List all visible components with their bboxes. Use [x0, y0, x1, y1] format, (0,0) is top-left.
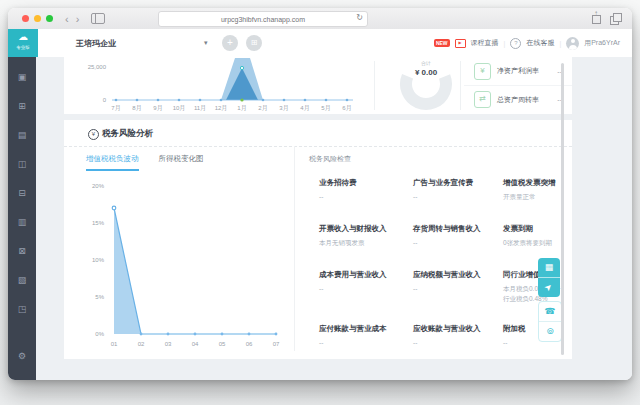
sidebar-icon-9[interactable]: ◳	[18, 305, 27, 314]
area-line	[114, 208, 276, 334]
donut-label: 合计	[421, 60, 431, 67]
chrome-actions: ↑	[591, 12, 622, 24]
sidebar-icon-1[interactable]: ▣	[18, 73, 27, 82]
app-header: ☁ 专业版 王培玛企业 ▾ + ⊞ NEW ▶ 课程直播 | ? 在线客服 | …	[8, 29, 632, 58]
apps-grid-button[interactable]: ⊞	[246, 35, 262, 51]
svg-text:5月: 5月	[321, 105, 330, 112]
sidebar-toggle-icon[interactable]	[91, 13, 105, 24]
online-service-link[interactable]: 在线客服	[526, 38, 554, 48]
address-bar[interactable]: urpcg3hibfvn.chanapp.com ↻	[158, 11, 368, 27]
overview-card: 25,000 0 7月 8月	[64, 57, 572, 114]
sidebar-icon-7[interactable]: ⊠	[18, 247, 26, 256]
risk-check-item: 成本费用与营业收入 --	[319, 270, 407, 304]
zoom-window-button[interactable]	[46, 15, 53, 22]
svg-text:06: 06	[246, 341, 253, 347]
live-course-link[interactable]: 课程直播	[471, 38, 499, 48]
turnover-rate-icon: ⇄	[474, 91, 491, 108]
forward-button[interactable]: ›	[76, 14, 80, 24]
sidebar-icon-4[interactable]: ◫	[18, 160, 27, 169]
svg-text:5%: 5%	[95, 294, 104, 300]
svg-text:01: 01	[111, 341, 118, 347]
reload-icon[interactable]: ↻	[356, 13, 363, 22]
browser-chrome: ‹ › urpcg3hibfvn.chanapp.com ↻ ↑	[8, 8, 632, 30]
svg-text:8月: 8月	[132, 105, 141, 112]
y-zero-label: 0	[103, 97, 107, 103]
report-grid-button[interactable]: ▦	[538, 258, 560, 277]
tab-overview-icon[interactable]	[610, 13, 622, 24]
send-feedback-button[interactable]: ➤	[538, 277, 560, 297]
back-button[interactable]: ‹	[65, 14, 69, 24]
chevron-down-icon[interactable]: ▾	[204, 39, 208, 47]
y-max-label: 25,000	[88, 64, 107, 70]
svg-text:10月: 10月	[173, 105, 186, 112]
customer-service-button[interactable]: ⊚	[539, 321, 561, 341]
risk-check-heading: 税务风险检查	[309, 154, 572, 164]
settings-gear-icon[interactable]: ⚙	[18, 352, 26, 361]
peak-point	[112, 206, 116, 210]
side-navigation: ▣ ⊞ ▤ ◫ ⊟ ▥ ⊠ ▧ ◳ ⚙	[8, 57, 36, 380]
svg-text:2月: 2月	[258, 105, 267, 112]
paper-plane-icon: ➤	[540, 278, 559, 297]
risk-check-item: 应纳税额与营业收入 --	[413, 270, 497, 304]
section-icon: ¥	[88, 129, 99, 140]
minimize-window-button[interactable]	[34, 15, 41, 22]
svg-text:9月: 9月	[153, 105, 162, 112]
metrics-panel: ¥ 净资产利润率 -- ⇄ 总资产周转率 --	[464, 57, 572, 114]
risk-check-item: 广告与业务宣传费 --	[413, 178, 497, 204]
edition-label: 专业版	[10, 45, 37, 50]
svg-text:05: 05	[219, 341, 226, 347]
sidebar-icon-5[interactable]: ⊟	[18, 189, 26, 198]
avatar[interactable]	[566, 37, 579, 50]
phone-contact-button[interactable]: ☎	[539, 302, 561, 321]
sidebar-icon-6[interactable]: ▥	[18, 218, 27, 227]
svg-text:0%: 0%	[95, 331, 104, 337]
window-controls	[22, 15, 53, 22]
sidebar-icon-3[interactable]: ▤	[18, 131, 27, 140]
svg-text:03: 03	[165, 341, 172, 347]
svg-text:4月: 4月	[300, 105, 309, 112]
svg-text:15%: 15%	[92, 220, 105, 226]
header-right: NEW ▶ 课程直播 | ? 在线客服 | 用Pra6YrAr	[434, 29, 620, 57]
risk-check-item: 应付账款与营业成本 --	[319, 324, 407, 350]
floating-teal-group: ▦ ➤	[538, 258, 560, 297]
green-dot	[240, 98, 243, 101]
vat-burden-chart: 20% 15% 10% 5% 0% 01 02 03	[72, 168, 288, 354]
metric-row: ¥ 净资产利润率 --	[464, 57, 572, 85]
company-name[interactable]: 王培玛企业	[76, 38, 116, 49]
risk-check-item: 存货周转与销售收入 --	[413, 224, 497, 250]
page-scrollbar[interactable]	[561, 63, 564, 355]
peak-dot	[240, 66, 243, 69]
svg-text:7月: 7月	[111, 105, 120, 112]
app-logo[interactable]: ☁ 专业版	[8, 29, 38, 57]
browser-window: ‹ › urpcg3hibfvn.chanapp.com ↻ ↑ ☁ 专业版 王…	[8, 8, 632, 380]
desktop: ‹ › urpcg3hibfvn.chanapp.com ↻ ↑ ☁ 专业版 王…	[0, 0, 640, 405]
floating-white-group: ☎ ⊚	[538, 301, 562, 342]
svg-text:12月: 12月	[215, 105, 228, 112]
metric-label: 总资产周转率	[497, 95, 539, 105]
donut-value: ¥ 0.00	[415, 68, 438, 77]
svg-text:04: 04	[192, 341, 199, 347]
question-icon: ?	[510, 38, 521, 49]
share-icon[interactable]: ↑	[591, 12, 601, 24]
live-video-icon: ▶	[455, 39, 466, 48]
section-title: 税务风险分析	[102, 128, 153, 140]
svg-text:20%: 20%	[92, 183, 105, 189]
monthly-trend-chart: 25,000 0 7月 8月	[72, 58, 372, 113]
sidebar-icon-2[interactable]: ⊞	[18, 102, 26, 111]
url-text: urpcg3hibfvn.chanapp.com	[221, 16, 305, 23]
cloud-icon: ☁	[8, 29, 38, 45]
new-badge: NEW	[434, 39, 450, 47]
sidebar-icon-8[interactable]: ▧	[18, 276, 27, 285]
risk-check-item: 应收账款与营业收入 --	[413, 324, 497, 350]
risk-check-item: 开票收入与财报收入 本月无销项发票	[319, 224, 407, 250]
svg-text:3月: 3月	[279, 105, 288, 112]
metric-row: ⇄ 总资产周转率 --	[464, 85, 572, 113]
metric-label: 净资产利润率	[497, 66, 539, 76]
svg-text:02: 02	[138, 341, 145, 347]
close-window-button[interactable]	[22, 15, 29, 22]
username[interactable]: 用Pra6YrAr	[584, 38, 620, 48]
add-company-button[interactable]: +	[222, 35, 238, 51]
risk-check-grid: 业务招待费 -- 广告与业务宣传费 -- 增值税发票突增 开票量正常 开票收	[309, 178, 572, 350]
svg-text:11月: 11月	[194, 105, 206, 112]
svg-text:6月: 6月	[342, 105, 351, 112]
